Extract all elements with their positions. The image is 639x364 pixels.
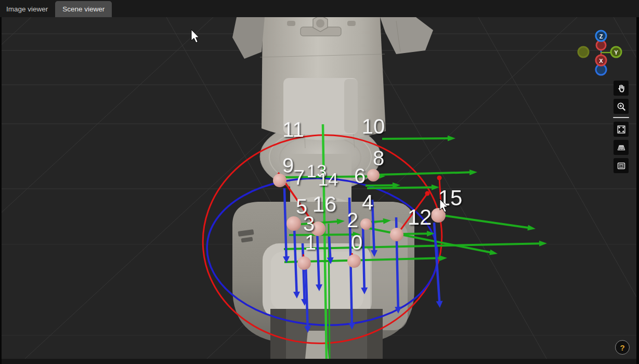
waypoint-sphere[interactable] <box>360 218 372 230</box>
gizmo-axis-label: X <box>599 58 603 64</box>
green-axis-arrow <box>366 185 394 186</box>
gizmo-axis-label: Z <box>599 33 603 40</box>
tab-image-viewer[interactable]: Image viewer <box>0 1 54 17</box>
waypoint-label-7[interactable]: 7 <box>293 166 305 189</box>
gizmo-axis-neg[interactable] <box>596 41 606 50</box>
gizmo-axis-label: Y <box>614 49 618 56</box>
gizmo-axis-neg[interactable] <box>578 47 589 57</box>
ground-plane-button[interactable] <box>614 140 629 155</box>
fit-screen-icon <box>616 124 627 135</box>
pan-button[interactable] <box>614 81 629 96</box>
waypoint-label-5[interactable]: 5 <box>296 195 307 218</box>
waypoint-sphere[interactable] <box>390 228 403 241</box>
list-icon <box>616 161 627 171</box>
scene-viewer-window: 012345678910111213141516ZXY Image viewer… <box>0 0 639 364</box>
magnifier-plus-icon <box>616 101 627 112</box>
viewport-right-edge <box>636 17 639 364</box>
waypoint-sphere[interactable] <box>297 256 311 270</box>
red-pin-dot <box>425 191 430 196</box>
viewport-toolbar <box>613 81 631 176</box>
hand-icon <box>616 83 627 94</box>
green-axis-arrow <box>367 187 433 188</box>
tab-scene-viewer[interactable]: Scene viewer <box>55 1 112 17</box>
tab-bar: Image viewer Scene viewer <box>0 0 639 17</box>
waypoint-label-16[interactable]: 16 <box>312 192 337 216</box>
waypoint-label-9[interactable]: 9 <box>282 154 294 177</box>
help-button[interactable]: ? <box>615 340 630 355</box>
waypoint-sphere[interactable] <box>286 216 301 231</box>
bottom-bar <box>0 359 639 364</box>
legend-button[interactable] <box>614 158 629 173</box>
3d-viewport[interactable]: 012345678910111213141516ZXY <box>0 0 639 364</box>
blue-axis-arrow <box>329 237 330 259</box>
zoom-button[interactable] <box>614 99 629 114</box>
waypoint-label-6[interactable]: 6 <box>354 164 366 187</box>
waypoint-label-12[interactable]: 12 <box>408 205 432 229</box>
waypoint-label-11[interactable]: 11 <box>282 118 304 141</box>
waypoint-label-14[interactable]: 14 <box>318 169 338 189</box>
waypoint-label-10[interactable]: 10 <box>362 115 385 138</box>
waypoint-sphere[interactable] <box>367 169 380 181</box>
blue-axis-arrow <box>363 225 364 289</box>
waypoint-sphere[interactable] <box>347 254 361 268</box>
waypoint-label-2[interactable]: 2 <box>347 209 358 231</box>
toolbar-separator <box>613 117 629 118</box>
viewport-left-edge <box>0 17 2 364</box>
green-axis-arrow <box>382 138 449 139</box>
waypoint-label-4[interactable]: 4 <box>362 191 373 214</box>
red-pin-dot <box>437 176 442 180</box>
grid-plane-icon <box>616 142 627 153</box>
fit-view-button[interactable] <box>614 122 629 137</box>
waypoint-label-0[interactable]: 0 <box>351 231 362 254</box>
waypoint-label-8[interactable]: 8 <box>373 147 384 170</box>
